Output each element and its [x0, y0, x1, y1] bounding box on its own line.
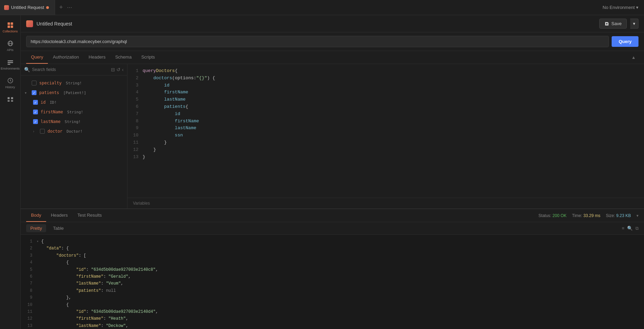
apis-label: APIs — [7, 48, 13, 52]
tab-scripts[interactable]: Scripts — [136, 51, 160, 64]
code-line-9: 9 lastName — [133, 125, 638, 132]
copy-icon[interactable]: ⧉ — [635, 226, 638, 231]
field-item-patients-firstname[interactable]: firstName String! — [21, 107, 127, 117]
apis-icon — [7, 40, 14, 47]
time-label: Time: 33.29 ms — [572, 213, 600, 218]
more-tabs-button[interactable]: ··· — [66, 2, 74, 12]
code-line-8: 8 firstName — [133, 118, 638, 125]
expand-icon[interactable]: ▾ — [636, 213, 638, 218]
sidebar-item-environments[interactable]: Environments — [0, 55, 20, 74]
field-type-patients-id: ID! — [50, 100, 56, 105]
field-item-patients[interactable]: ▾ patients [Patient!] — [21, 88, 127, 97]
field-panel: 🔍 ⊟ ↺ ‹ specialty String! — [21, 64, 127, 208]
status-label: Status: 200 OK — [539, 213, 567, 218]
code-line-13: 13 } — [133, 154, 638, 161]
response-status-bar: Status: 200 OK Time: 33.29 ms Size: 9.23… — [539, 213, 638, 218]
active-tab[interactable]: Untitled Request — [0, 0, 55, 15]
checkbox-patients-lastname[interactable] — [33, 119, 38, 124]
tab-title: Untitled Request — [11, 5, 44, 10]
checkbox-doctor[interactable] — [40, 129, 45, 134]
variables-bar[interactable]: Variables — [127, 198, 644, 208]
filter-icon[interactable]: ⊟ — [111, 67, 115, 72]
field-type-doctor: Doctor! — [66, 129, 82, 134]
url-bar: Query — [21, 32, 644, 51]
environment-selector[interactable]: No Environment ▾ — [597, 5, 644, 10]
middle-area: 🔍 ⊟ ↺ ‹ specialty String! — [21, 64, 644, 208]
json-line-5: 5 "id": "634d5b00dae927003e2140c8", — [26, 266, 638, 273]
tab-headers[interactable]: Headers — [84, 51, 110, 64]
json-line-6: 6 "firstName": "Gerald", — [26, 273, 638, 280]
code-line-10: 10 ssn — [133, 132, 638, 139]
field-name-doctor: doctor — [48, 129, 62, 134]
search-input[interactable] — [32, 67, 109, 72]
response-content: 1▾ { 2 "data": { 3 "doctors": [ 4 { 5 "i… — [21, 235, 644, 329]
checkbox-patients-firstname[interactable] — [33, 110, 38, 114]
tab-query[interactable]: Query — [26, 51, 48, 64]
svg-rect-12 — [11, 97, 13, 99]
svg-rect-9 — [8, 64, 10, 65]
response-actions: ≡ 🔍 ⧉ — [622, 226, 638, 231]
time-value: 33.29 ms — [583, 213, 600, 218]
field-item-doctor[interactable]: › doctor Doctor! — [21, 126, 127, 136]
query-editor[interactable]: 1 query Doctors { 2 doctors(options: "{}… — [127, 64, 644, 198]
response-area: Body Headers Test Results Status: 200 OK… — [21, 208, 644, 329]
json-line-4: 4 { — [26, 259, 638, 266]
sub-nav: Query Authorization Headers Schema Scrip… — [21, 51, 644, 64]
json-line-2: 2 "data": { — [26, 245, 638, 252]
svg-rect-14 — [11, 100, 13, 102]
field-name-patients-lastname: lastName — [41, 119, 61, 124]
code-line-7: 7 id — [133, 111, 638, 118]
sidebar-item-history[interactable]: History — [0, 74, 20, 92]
field-name-patients: patients — [39, 90, 59, 95]
checkbox-specialty[interactable] — [32, 81, 37, 85]
code-line-3: 3 id — [133, 82, 638, 89]
chevron-down-icon: ▾ — [636, 5, 638, 10]
json-line-11: 11 "id": "634d5b00dae927003e2140d4", — [26, 308, 638, 315]
svg-rect-3 — [11, 25, 13, 28]
save-dropdown-button[interactable]: ▾ — [630, 19, 638, 29]
wrap-icon[interactable]: ≡ — [622, 226, 624, 231]
field-item-patients-lastname[interactable]: lastName String! — [21, 117, 127, 126]
response-header: Body Headers Test Results Status: 200 OK… — [21, 209, 644, 222]
checkbox-patients-id[interactable] — [33, 100, 38, 105]
new-tab-button[interactable]: + — [58, 2, 64, 12]
svg-rect-0 — [8, 22, 10, 25]
query-button[interactable]: Query — [612, 36, 638, 47]
tab-modified-dot — [46, 6, 49, 9]
svg-rect-2 — [8, 25, 10, 28]
collapse-button[interactable]: ▲ — [629, 52, 638, 63]
save-button[interactable]: Save — [599, 19, 627, 29]
field-item-specialty[interactable]: specialty String! — [21, 78, 127, 88]
format-tab-pretty[interactable]: Pretty — [26, 224, 46, 232]
json-line-10: 10 { — [26, 301, 638, 308]
response-tab-body[interactable]: Body — [26, 209, 46, 222]
history-label: History — [5, 85, 15, 89]
search-bar: 🔍 ⊟ ↺ ‹ — [21, 64, 127, 75]
search-response-icon[interactable]: 🔍 — [627, 226, 633, 231]
chevron-doctor[interactable]: › — [33, 130, 37, 133]
collapse-fields-icon[interactable]: ‹ — [122, 67, 124, 72]
checkbox-patients[interactable] — [32, 90, 37, 95]
refresh-icon[interactable]: ↺ — [116, 67, 121, 72]
collections-icon — [7, 21, 14, 28]
tab-authorization[interactable]: Authorization — [48, 51, 84, 64]
json-line-7: 7 "lastName": "Veum", — [26, 280, 638, 287]
graphql-icon — [4, 5, 9, 10]
sidebar-item-more[interactable] — [0, 92, 20, 106]
url-input[interactable] — [26, 36, 609, 47]
format-tab-table[interactable]: Table — [49, 224, 68, 232]
svg-rect-7 — [8, 60, 13, 61]
field-name-patients-id: id — [41, 100, 45, 105]
field-item-patients-id[interactable]: id ID! — [21, 97, 127, 107]
tab-bar: Untitled Request + ··· No Environment ▾ — [0, 0, 644, 15]
sidebar-item-apis[interactable]: APIs — [0, 37, 20, 55]
field-type-patients-lastname: String! — [65, 120, 81, 124]
response-tab-test-results[interactable]: Test Results — [73, 209, 107, 222]
tab-schema[interactable]: Schema — [110, 51, 136, 64]
response-tab-headers[interactable]: Headers — [46, 209, 73, 222]
sidebar-item-collections[interactable]: Collections — [0, 18, 20, 37]
svg-rect-1 — [11, 22, 13, 25]
code-line-2: 2 doctors(options: "{}") { — [133, 75, 638, 82]
main-layout: Collections APIs Environments History — [0, 15, 644, 329]
chevron-patients[interactable]: ▾ — [25, 91, 29, 95]
